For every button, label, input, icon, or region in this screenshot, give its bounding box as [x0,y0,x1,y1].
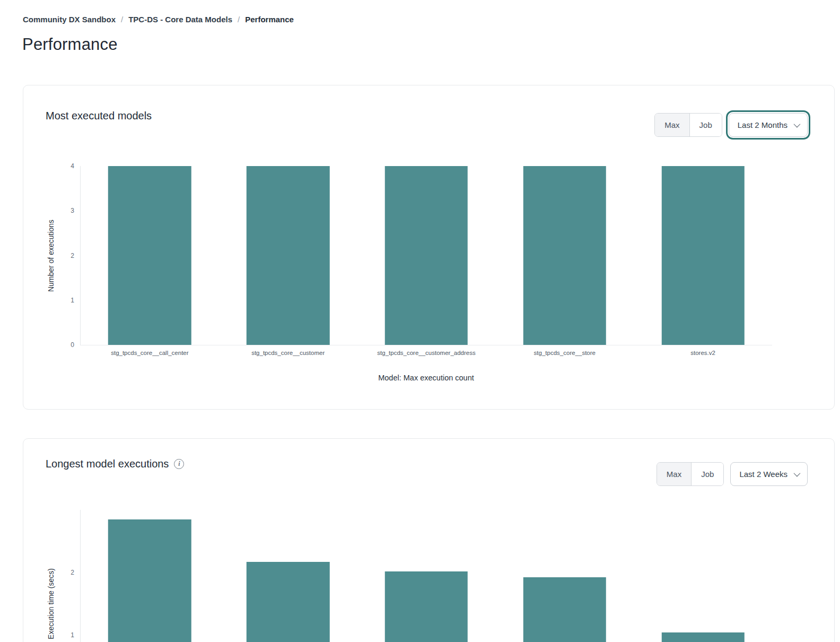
y-tick-label: 2 [58,252,74,259]
bar-stores.v2[interactable] [661,166,744,345]
y-tick-label: 0 [58,341,74,349]
longest-model-executions-chart: 12 [80,510,772,642]
info-icon[interactable]: i [174,459,184,469]
y-axis-label: Number of executions [47,220,55,292]
chart-controls: Max Job Last 2 Weeks [657,462,808,486]
longest-model-executions-card: Longest model executions i Max Job Last … [23,438,835,642]
y-tick-label: 1 [58,631,74,639]
time-range-dropdown[interactable]: Last 2 Weeks [730,462,808,486]
chart-title-longest-executions: Longest model executions i [46,458,184,470]
y-tick-label: 1 [58,297,74,304]
bar-item-1[interactable] [108,519,191,642]
time-range-value: Last 2 Weeks [739,470,788,479]
time-range-dropdown[interactable]: Last 2 Months [729,113,808,137]
bar-stg_tpcds_core__customer_address[interactable] [385,166,468,345]
x-axis-category-label: stg_tpcds_core__customer [251,350,325,356]
y-tick-label: 4 [58,162,74,170]
x-axis-category-label: stg_tpcds_core__call_center [111,350,188,356]
most-executed-models-chart: 01234stg_tpcds_core__call_centerstg_tpcd… [80,166,772,345]
max-job-toggle: Max Job [654,113,722,137]
chart-controls: Max Job Last 2 Months [654,113,808,137]
performance-page: Community DX Sandbox / TPC-DS - Core Dat… [0,0,840,642]
breadcrumb-item-environment[interactable]: TPC-DS - Core Data Models [128,15,232,24]
breadcrumb-item-current: Performance [245,15,294,24]
chevron-down-icon [794,121,801,128]
job-toggle-button[interactable]: Job [692,463,723,485]
most-executed-models-card: Most executed models Max Job Last 2 Mont… [23,85,835,410]
bar-item-4[interactable] [523,577,606,642]
chart-title-text: Most executed models [46,110,152,122]
max-toggle-button[interactable]: Max [657,463,692,485]
x-axis-title: Model: Max execution count [80,374,772,382]
y-tick-label: 2 [58,569,74,576]
y-axis-label: Execution time (secs) [47,568,55,639]
bar-stg_tpcds_core__store[interactable] [523,166,606,345]
bar-item-2[interactable] [247,562,329,642]
chevron-down-icon [794,470,801,477]
time-range-value: Last 2 Months [738,120,788,129]
x-axis-category-label: stg_tpcds_core__customer_address [377,350,475,356]
bar-stg_tpcds_core__call_center[interactable] [108,166,191,345]
max-job-toggle: Max Job [657,462,724,486]
bar-item-3[interactable] [385,571,468,642]
breadcrumb-item-project[interactable]: Community DX Sandbox [23,15,116,24]
x-axis-category-label: stores.v2 [690,350,715,356]
max-toggle-button[interactable]: Max [655,114,689,136]
bar-tooltip: 4 executions [536,132,593,151]
job-toggle-button[interactable]: Job [690,114,722,136]
bar-item-5[interactable] [661,632,744,642]
breadcrumb-separator: / [238,15,240,24]
breadcrumb: Community DX Sandbox / TPC-DS - Core Dat… [23,15,294,24]
breadcrumb-separator: / [121,15,123,24]
y-tick-label: 3 [58,207,74,214]
bar-stg_tpcds_core__customer[interactable] [247,166,329,345]
chart-title-most-executed: Most executed models [46,110,152,122]
page-title: Performance [22,35,118,54]
x-axis-category-label: stg_tpcds_core__store [534,350,596,356]
chart-title-text: Longest model executions [46,458,169,470]
